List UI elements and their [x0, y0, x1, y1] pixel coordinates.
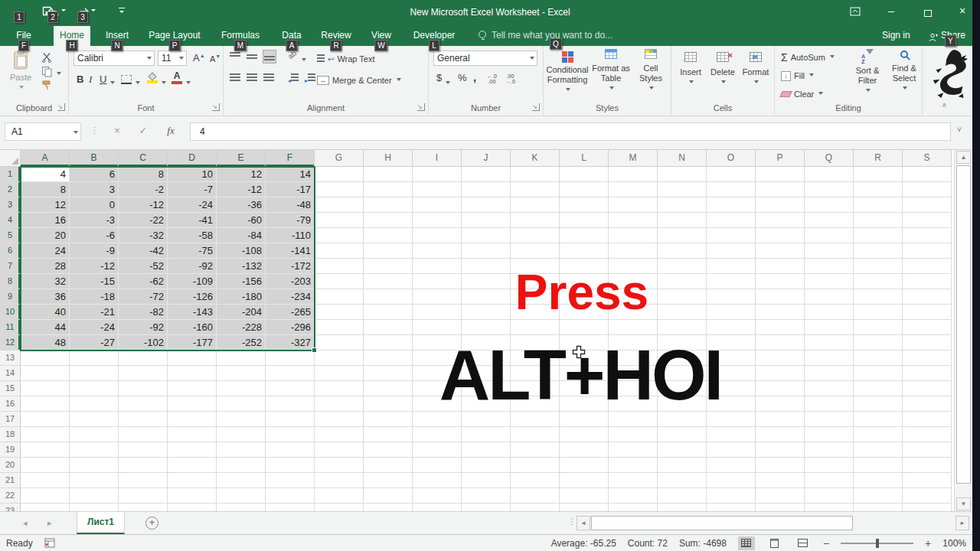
cell-L21[interactable]	[560, 473, 609, 488]
cell-B9[interactable]: -18	[70, 289, 119, 305]
cell-K22[interactable]	[511, 488, 560, 504]
cell-F7[interactable]: -172	[266, 259, 315, 274]
cell-M3[interactable]	[609, 197, 658, 213]
cell-A7[interactable]: 28	[21, 259, 70, 274]
cell-E6[interactable]: -108	[217, 243, 266, 259]
cell-P19[interactable]	[756, 442, 805, 458]
cell-Q19[interactable]	[805, 442, 854, 458]
cell-M21[interactable]	[609, 473, 658, 488]
cell-E12[interactable]: -252	[217, 335, 266, 350]
cell-F5[interactable]: -110	[266, 228, 315, 243]
cell-E14[interactable]	[217, 366, 266, 381]
cell-B8[interactable]: -15	[70, 274, 119, 289]
cell-P7[interactable]	[756, 259, 805, 274]
cell-S11[interactable]	[903, 320, 952, 335]
cell-O2[interactable]	[707, 182, 756, 197]
cell-R10[interactable]	[854, 305, 903, 320]
cell-F16[interactable]	[266, 396, 315, 412]
cell-P21[interactable]	[756, 473, 805, 488]
column-header-I[interactable]: I	[413, 150, 462, 167]
tab-data[interactable]: DataA	[273, 26, 311, 46]
cell-H9[interactable]	[364, 289, 413, 305]
new-sheet-icon[interactable]: +	[145, 517, 158, 530]
cell-D22[interactable]	[168, 488, 217, 504]
cell-O20[interactable]	[707, 458, 756, 473]
cell-I19[interactable]	[413, 442, 462, 458]
row-header-4[interactable]: 4	[0, 213, 21, 228]
column-header-P[interactable]: P	[756, 150, 805, 167]
bottom-align-icon[interactable]	[263, 51, 276, 63]
cell-G23[interactable]	[315, 504, 364, 511]
cell-J6[interactable]	[462, 243, 511, 259]
cell-S6[interactable]	[903, 243, 952, 259]
cell-S22[interactable]	[903, 488, 952, 504]
row-header-22[interactable]: 22	[0, 488, 21, 504]
cell-E10[interactable]: -204	[217, 305, 266, 320]
cell-O18[interactable]	[707, 427, 756, 442]
cell-A5[interactable]: 20	[21, 228, 70, 243]
row-header-3[interactable]: 3	[0, 197, 21, 213]
sheet-tab[interactable]: Лист1	[77, 512, 125, 534]
cell-D21[interactable]	[168, 473, 217, 488]
cell-A17[interactable]	[21, 412, 70, 427]
cell-S4[interactable]	[903, 213, 952, 228]
clipboard-dialog-launcher[interactable]: ↘	[57, 103, 65, 111]
cell-Q12[interactable]	[805, 335, 854, 350]
cell-Q16[interactable]	[805, 396, 854, 412]
cell-R5[interactable]	[854, 228, 903, 243]
top-align-icon[interactable]	[230, 52, 240, 63]
cell-F11[interactable]: -296	[266, 320, 315, 335]
cell-L17[interactable]	[560, 412, 609, 427]
cell-G11[interactable]	[315, 320, 364, 335]
column-header-A[interactable]: A	[21, 150, 70, 167]
cell-M19[interactable]	[609, 442, 658, 458]
wrap-text-button[interactable]: ↩ Wrap Text	[317, 51, 375, 67]
cell-B10[interactable]: -21	[70, 305, 119, 320]
cell-E21[interactable]	[217, 473, 266, 488]
cell-E20[interactable]	[217, 458, 266, 473]
cell-F15[interactable]	[266, 381, 315, 396]
underline-button[interactable]: U	[100, 73, 106, 85]
name-box-dropdown-arrow[interactable]	[74, 131, 78, 136]
cell-H11[interactable]	[364, 320, 413, 335]
scroll-up-icon[interactable]: ▲	[956, 151, 971, 164]
cell-M4[interactable]	[609, 213, 658, 228]
cell-D17[interactable]	[168, 412, 217, 427]
cell-Q14[interactable]	[805, 366, 854, 381]
column-header-C[interactable]: C	[119, 150, 168, 167]
cell-F21[interactable]	[266, 473, 315, 488]
align-right-icon[interactable]	[263, 73, 274, 84]
cell-B13[interactable]	[70, 350, 119, 366]
cell-R11[interactable]	[854, 320, 903, 335]
cell-F20[interactable]	[266, 458, 315, 473]
column-header-N[interactable]: N	[658, 150, 707, 167]
comma-format-button[interactable]: ,	[473, 70, 476, 83]
cell-C5[interactable]: -32	[119, 228, 168, 243]
currency-format-button[interactable]: $	[436, 72, 442, 83]
italic-button[interactable]: I	[89, 73, 92, 86]
cell-Q20[interactable]	[805, 458, 854, 473]
cell-E8[interactable]: -156	[217, 274, 266, 289]
row-header-20[interactable]: 20	[0, 458, 21, 473]
cell-M5[interactable]	[609, 228, 658, 243]
cell-G20[interactable]	[315, 458, 364, 473]
cell-M2[interactable]	[609, 182, 658, 197]
cell-C12[interactable]: -102	[119, 335, 168, 350]
cell-J5[interactable]	[462, 228, 511, 243]
cell-K21[interactable]	[511, 473, 560, 488]
cell-E15[interactable]	[217, 381, 266, 396]
cell-E13[interactable]	[217, 350, 266, 366]
cell-L2[interactable]	[560, 182, 609, 197]
cell-B2[interactable]: 3	[70, 182, 119, 197]
cell-D4[interactable]: -41	[168, 213, 217, 228]
cell-E19[interactable]	[217, 442, 266, 458]
cell-L3[interactable]	[560, 197, 609, 213]
cell-F18[interactable]	[266, 427, 315, 442]
cell-H10[interactable]	[364, 305, 413, 320]
cell-L1[interactable]	[560, 167, 609, 182]
cell-Q7[interactable]	[805, 259, 854, 274]
cell-O10[interactable]	[707, 305, 756, 320]
cell-Q17[interactable]	[805, 412, 854, 427]
cell-S2[interactable]	[903, 182, 952, 197]
cell-S5[interactable]	[903, 228, 952, 243]
